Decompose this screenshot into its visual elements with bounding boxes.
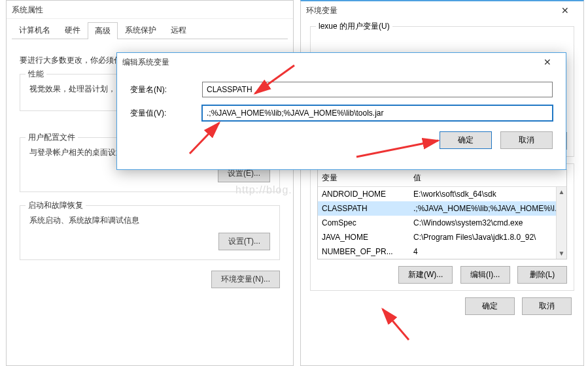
sysprop-titlebar: 系统属性 [7,1,293,19]
startup-settings-button[interactable]: 设置(T)... [218,233,270,250]
tab-remote[interactable]: 远程 [164,22,194,39]
close-icon[interactable]: ✕ [534,53,561,71]
edit-system-variable-dialog: 编辑系统变量 ✕ 变量名(N): 变量值(V): 确定 取消 [116,52,566,170]
tab-system-protection[interactable]: 系统保护 [118,22,164,39]
environment-variables-button[interactable]: 环境变量(N)... [211,271,280,288]
sys-edit-button[interactable]: 编辑(I)... [460,266,510,284]
table-scroll: ANDROID_HOME E:\work\soft\sdk_64\sdk CLA… [318,187,566,259]
variable-value-label: 变量值(V): [130,108,202,119]
tab-computer-name[interactable]: 计算机名 [12,22,58,39]
performance-title: 性能 [26,69,46,80]
sys-new-button[interactable]: 新建(W)... [398,266,453,284]
startup-group: 启动和故障恢复 系统启动、系统故障和调试信息 设置(T)... [20,205,280,260]
watermark: http://blog. [235,184,292,196]
header-value[interactable]: 值 [409,170,566,186]
header-variable[interactable]: 变量 [318,170,409,186]
sysprop-title: 系统属性 [12,1,43,19]
variable-value-input[interactable] [202,105,553,121]
variable-name-row: 变量名(N): [117,78,566,101]
table-row[interactable]: CLASSPATH .;%JAVA_HOME%\lib;%JAVA_HOME%\… [318,201,566,216]
startup-title: 启动和故障恢复 [26,200,86,211]
table-row[interactable]: ANDROID_HOME E:\work\soft\sdk_64\sdk [318,187,566,201]
variable-name-label: 变量名(N): [130,84,202,95]
close-icon[interactable]: ✕ [552,1,578,20]
sysprop-tabs: 计算机名 硬件 高级 系统保护 远程 [12,22,288,39]
dialog-buttons: 确定 取消 [117,125,566,156]
startup-desc: 系统启动、系统故障和调试信息 [29,215,270,226]
system-variables-section: 系统变量(S) 变量 值 ANDROID_HOME E:\work\soft\s… [310,163,574,291]
user-profile-title: 用户配置文件 [26,132,78,143]
envvar-title: 环境变量 [306,1,337,20]
editdlg-title: 编辑系统变量 [122,53,169,71]
user-section-title: lexue 的用户变量(U) [316,21,392,32]
variable-value-row: 变量值(V): [117,101,566,125]
scrollbar[interactable]: ▲ ▼ [556,187,566,259]
tab-hardware[interactable]: 硬件 [58,22,88,39]
sys-delete-button[interactable]: 删除(L) [517,266,567,284]
envvar-cancel-button[interactable]: 取消 [522,297,572,315]
table-row[interactable]: ComSpec C:\Windows\system32\cmd.exe [318,216,566,230]
table-row[interactable]: JAVA_HOME C:\Program Files\Java\jdk1.8.0… [318,230,566,244]
cancel-button[interactable]: 取消 [500,131,553,149]
sys-vars-table: 变量 值 ANDROID_HOME E:\work\soft\sdk_64\sd… [317,169,567,259]
scroll-up-icon[interactable]: ▲ [557,187,566,197]
editdlg-titlebar: 编辑系统变量 ✕ [117,53,566,71]
variable-name-input[interactable] [202,82,553,97]
tab-advanced[interactable]: 高级 [88,22,118,39]
envvar-titlebar: 环境变量 ✕ [301,1,583,20]
table-header: 变量 值 [318,170,566,187]
table-row[interactable]: NUMBER_OF_PR... 4 [318,244,566,259]
ok-button[interactable]: 确定 [440,131,492,149]
scroll-down-icon[interactable]: ▼ [557,248,566,259]
envvar-ok-button[interactable]: 确定 [465,297,515,315]
